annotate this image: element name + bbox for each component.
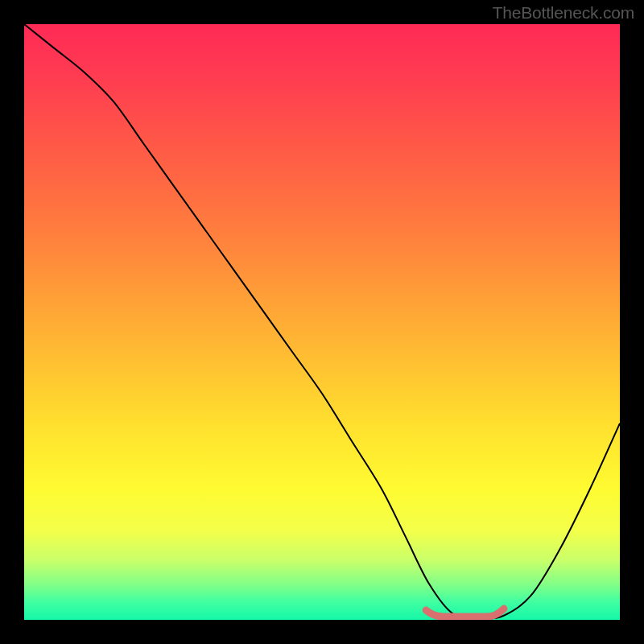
chart-svg <box>24 24 620 620</box>
bottleneck-curve-line <box>24 24 620 618</box>
highlight-segment <box>426 609 504 617</box>
watermark-text: TheBottleneck.com <box>493 3 634 23</box>
plot-area <box>24 24 620 620</box>
